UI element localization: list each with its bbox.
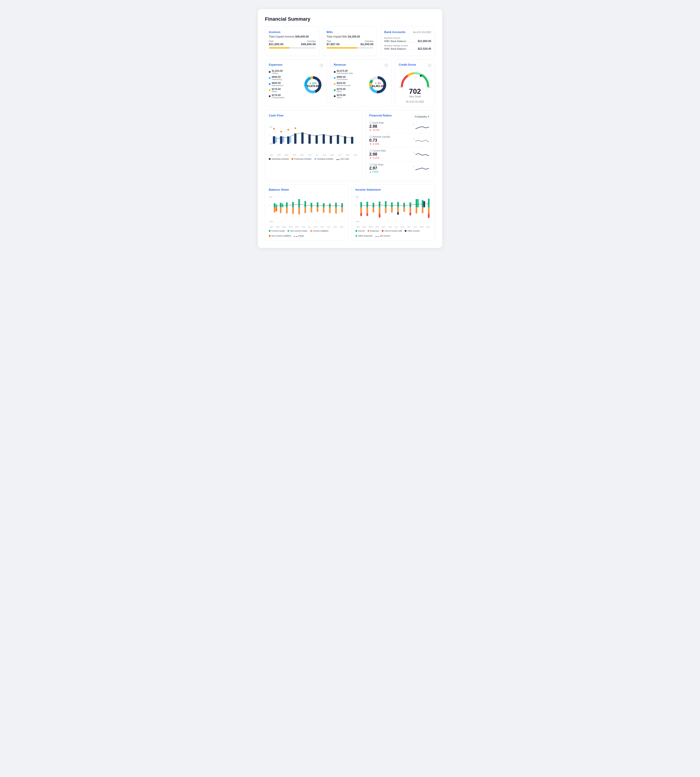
svg-rect-96 (391, 202, 393, 207)
credit-info-icon[interactable]: ? (428, 64, 431, 67)
gauge-max-label: 850 (427, 86, 431, 88)
svg-rect-84 (360, 207, 362, 213)
balance-sheet-card: Balance Sheet 200k 0 -200k (265, 184, 348, 241)
balance-sheet-legend: Current Assets Non-current Assets Curren… (269, 230, 345, 237)
svg-rect-37 (289, 136, 291, 143)
revenue-title: Revenue (334, 63, 346, 67)
cashflow-card: Cash Flow 200k 0 -200k (265, 110, 362, 181)
svg-text:0: 0 (269, 205, 270, 206)
revenue-card: Revenue ? $2,675.00Merchandise Sale $986… (330, 59, 392, 107)
svg-rect-83 (360, 202, 362, 207)
expenses-info-icon[interactable]: ? (320, 64, 323, 67)
svg-rect-59 (292, 207, 294, 214)
invoices-total: Total Unpaid Invoices $49,845.00 (269, 35, 316, 38)
svg-rect-51 (275, 204, 277, 207)
svg-text:200k: 200k (269, 126, 273, 128)
credit-score-card: Credit Score ? (395, 59, 435, 107)
svg-rect-35 (275, 137, 277, 142)
invoices-card: Invoices Total Unpaid Invoices $49,845.0… (265, 27, 320, 56)
svg-rect-62 (304, 201, 306, 207)
revenue-info-icon[interactable]: ? (385, 64, 388, 67)
svg-rect-102 (403, 207, 405, 212)
svg-text:200k: 200k (355, 196, 359, 198)
ratio-current: ? Current Ratio 2.98 ▼ -0.11% 0 (369, 150, 431, 161)
income-statement-x-labels: JANFEBMARAPRMAYJUN JULAUGSEPOCTNOVDEC (355, 226, 431, 228)
invoices-title: Invoices (269, 30, 316, 34)
balance-sheet-chart: 200k 0 -200k (269, 193, 345, 225)
bank-account-row-2: RIBC Bank Balance $22,528.45 (384, 47, 431, 50)
svg-rect-24 (323, 135, 325, 144)
ratios-dropdown[interactable]: Profitability ▾ (413, 114, 431, 119)
svg-text:-200k: -200k (269, 143, 273, 145)
svg-rect-86 (367, 202, 368, 207)
svg-rect-110 (422, 207, 423, 213)
svg-rect-103 (409, 202, 411, 207)
svg-rect-68 (323, 203, 324, 207)
financial-ratios-card: Financial Ratios Profitability ▾ ? Quick… (365, 110, 435, 181)
svg-rect-63 (304, 207, 306, 213)
svg-point-32 (280, 131, 282, 132)
revenue-donut: ▼ 3% $4,461.00 (368, 75, 388, 95)
svg-rect-97 (391, 207, 393, 213)
svg-rect-90 (373, 207, 374, 213)
revenue-legend: $2,675.00Merchandise Sale $986.00Commiss… (334, 70, 365, 100)
chevron-down-icon: ▾ (428, 115, 429, 118)
credit-gauge: 300 850 702 Very Good (398, 68, 431, 99)
cashflow-title: Cash Flow (269, 114, 358, 117)
svg-text:0: 0 (413, 151, 414, 153)
ratio-quick-info[interactable]: ? (369, 121, 372, 124)
svg-rect-71 (329, 207, 331, 213)
svg-rect-25 (330, 136, 332, 144)
page-title: Financial Summary (265, 16, 435, 22)
bills-progress (327, 47, 373, 48)
bank-account-row-1: RIBC Bank Balance $21,900.00 (384, 40, 431, 43)
ratio-absolute-chart: 0 (413, 136, 431, 144)
top-row: Invoices Total Unpaid Invoices $49,845.0… (265, 27, 435, 56)
svg-text:0: 0 (413, 124, 414, 126)
income-statement-chart: 200k 0 -200k (355, 193, 431, 225)
expenses-title: Expenses (269, 63, 283, 67)
svg-rect-111 (423, 201, 425, 207)
dashboard: Financial Summary Invoices Total Unpaid … (258, 9, 442, 248)
svg-rect-50 (274, 207, 275, 213)
svg-rect-91 (379, 201, 380, 207)
bills-total: Total Unpaid Bills $4,200.00 (327, 35, 373, 38)
svg-rect-53 (280, 203, 282, 207)
svg-rect-61 (298, 207, 300, 215)
svg-rect-21 (302, 132, 304, 144)
cashflow-row: Cash Flow 200k 0 -200k (265, 110, 435, 181)
svg-rect-49 (274, 203, 275, 207)
svg-rect-109 (422, 200, 423, 207)
ratio-cash: ? Cash Ratio 2.97 ▲ 0.08% 0 (369, 163, 431, 175)
svg-rect-67 (317, 207, 318, 212)
svg-rect-92 (379, 207, 380, 214)
svg-rect-106 (416, 199, 417, 207)
svg-rect-104 (409, 207, 411, 213)
svg-rect-73 (335, 207, 337, 213)
ratio-cash-chart: 0 (413, 164, 431, 172)
svg-rect-114 (428, 214, 429, 218)
income-statement-legend: Income Expenses Cost of Goods Sold Other… (355, 230, 431, 237)
svg-rect-105 (409, 213, 411, 216)
svg-rect-87 (367, 207, 368, 213)
svg-text:-200k: -200k (355, 221, 360, 223)
ratio-absolute: ? Absolute Liquidity 0.73 ▼ -0.15% 0 (369, 136, 431, 147)
ratios-title: Financial Ratios (369, 114, 392, 117)
svg-rect-66 (317, 202, 318, 207)
ratio-cash-info[interactable]: ? (369, 163, 372, 166)
ratio-current-chart: 0 (413, 150, 431, 158)
svg-text:200k: 200k (269, 196, 272, 198)
ratio-quick-chart: 0 (413, 123, 431, 130)
svg-point-33 (287, 129, 289, 131)
svg-text:0: 0 (413, 138, 414, 140)
svg-rect-54 (280, 207, 282, 213)
mid-row: Expenses ? $1,654.00Utilities $986.00Adv… (265, 59, 435, 107)
ratio-absolute-info[interactable]: ? (369, 136, 372, 138)
svg-rect-89 (373, 203, 374, 207)
svg-rect-72 (335, 203, 337, 207)
bills-title: Bills (327, 30, 373, 34)
svg-rect-107 (416, 207, 417, 213)
ratio-current-info[interactable]: ? (369, 150, 372, 152)
svg-point-31 (273, 128, 275, 130)
svg-rect-60 (298, 199, 300, 207)
